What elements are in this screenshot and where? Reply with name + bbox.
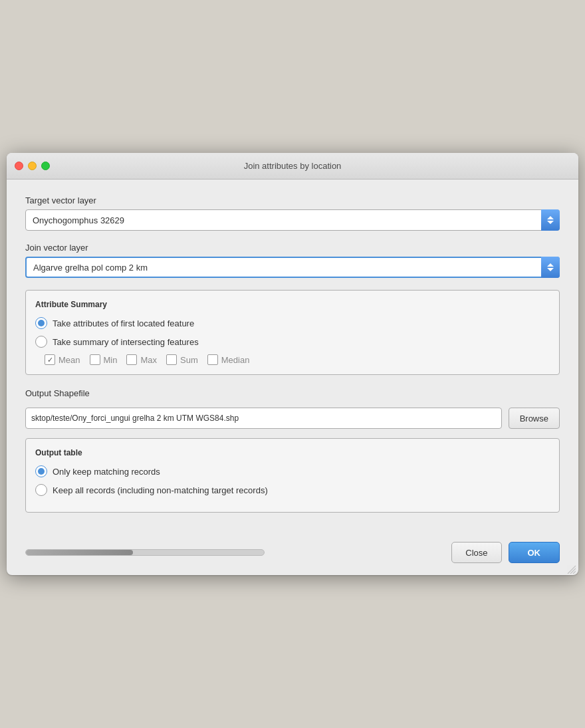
- min-checkbox[interactable]: [90, 354, 100, 365]
- mean-label: Mean: [58, 355, 80, 365]
- output-option1-label: Only keep matching records: [53, 467, 160, 477]
- attr-option1-label: Take attributes of first located feature: [53, 318, 194, 328]
- close-button[interactable]: Close: [451, 542, 501, 563]
- output-option1-row: Only keep matching records: [35, 465, 550, 477]
- checkbox-sum: Sum: [166, 354, 198, 365]
- target-vector-select[interactable]: Onychogomphus 32629: [25, 209, 560, 231]
- attr-option1-radio[interactable]: [35, 317, 47, 329]
- output-option1-radio[interactable]: [35, 465, 47, 477]
- bottom-buttons: Close OK: [451, 542, 560, 563]
- resize-grip-icon: [566, 564, 576, 574]
- output-row: sktop/teste/Ony_forci_ungui grelha 2 km …: [25, 408, 560, 429]
- attribute-summary-title: Attribute Summary: [35, 300, 550, 309]
- output-option2-radio[interactable]: [35, 484, 47, 496]
- attr-option1-row: Take attributes of first located feature: [35, 317, 550, 329]
- max-checkbox[interactable]: [126, 354, 137, 365]
- target-vector-label: Target vector layer: [25, 195, 560, 205]
- checkbox-median: Median: [207, 354, 250, 365]
- minimize-window-button[interactable]: [28, 162, 37, 170]
- progress-bar-fill: [26, 550, 133, 555]
- attr-option2-radio[interactable]: [35, 336, 47, 348]
- window-title: Join attributes by location: [244, 161, 342, 171]
- sum-label: Sum: [180, 355, 198, 365]
- main-window: Join attributes by location Target vecto…: [7, 153, 578, 575]
- attr-option2-label: Take summary of intersecting features: [53, 337, 199, 347]
- attribute-summary-group: Attribute Summary Take attributes of fir…: [25, 290, 560, 375]
- checkboxes-row: Mean Min Max Sum Median: [45, 354, 550, 365]
- maximize-window-button[interactable]: [41, 162, 50, 170]
- titlebar: Join attributes by location: [7, 153, 578, 180]
- close-window-button[interactable]: [15, 162, 23, 170]
- output-shapefile-label: Output Shapefile: [25, 388, 560, 398]
- output-option2-label: Keep all records (including non-matching…: [53, 485, 268, 495]
- join-vector-label: Join vector layer: [25, 243, 560, 253]
- window-controls: [15, 162, 50, 170]
- checkbox-max: Max: [126, 354, 157, 365]
- output-table-group: Output table Only keep matching records …: [25, 438, 560, 513]
- target-vector-wrapper: Onychogomphus 32629: [25, 209, 560, 231]
- output-path-field[interactable]: sktop/teste/Ony_forci_ungui grelha 2 km …: [25, 408, 502, 429]
- svg-line-1: [570, 568, 576, 574]
- progress-bar-container: [25, 549, 265, 556]
- checkbox-mean: Mean: [45, 354, 80, 365]
- browse-button[interactable]: Browse: [509, 408, 560, 429]
- join-vector-select[interactable]: Algarve grelha pol comp 2 km: [25, 257, 560, 278]
- checkbox-min: Min: [90, 354, 118, 365]
- svg-line-2: [573, 571, 576, 574]
- mean-checkbox[interactable]: [45, 354, 55, 365]
- output-option2-row: Keep all records (including non-matching…: [35, 484, 550, 496]
- median-label: Median: [221, 355, 250, 365]
- median-checkbox[interactable]: [207, 354, 218, 365]
- max-label: Max: [140, 355, 157, 365]
- output-path-text: sktop/teste/Ony_forci_ungui grelha 2 km …: [31, 414, 239, 423]
- min-label: Min: [104, 355, 118, 365]
- ok-button[interactable]: OK: [509, 542, 560, 563]
- attr-option2-row: Take summary of intersecting features: [35, 336, 550, 348]
- sum-checkbox[interactable]: [166, 354, 177, 365]
- dialog-content: Target vector layer Onychogomphus 32629 …: [7, 180, 578, 526]
- bottom-bar: Close OK: [7, 533, 578, 575]
- join-vector-wrapper: Algarve grelha pol comp 2 km: [25, 257, 560, 278]
- output-table-title: Output table: [35, 448, 550, 457]
